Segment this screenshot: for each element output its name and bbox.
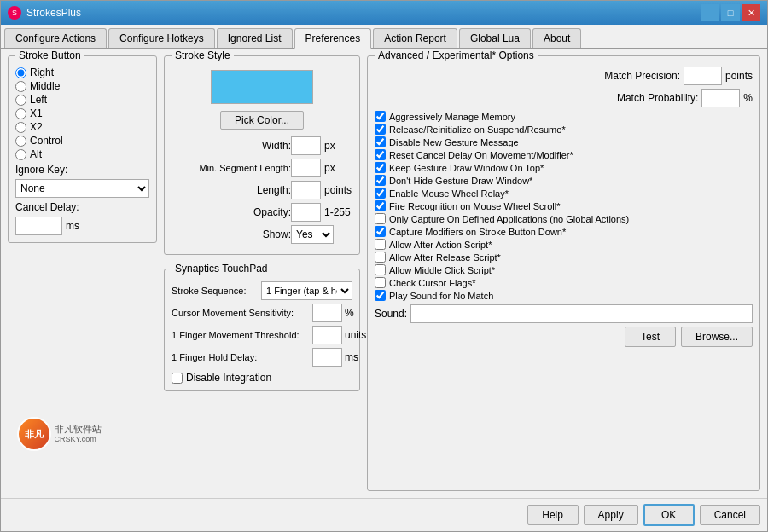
match-precision-label: Match Precision: bbox=[604, 70, 680, 82]
radio-control[interactable]: Control bbox=[15, 135, 149, 147]
match-probability-input[interactable]: 75 bbox=[701, 89, 740, 107]
finger-hold-row: 1 Finger Hold Delay: 50 ms bbox=[172, 348, 352, 367]
match-probability-unit: % bbox=[743, 92, 753, 104]
tab-preferences[interactable]: Preferences bbox=[294, 28, 372, 49]
checkbox-label-11: Allow After Release Script* bbox=[389, 252, 501, 263]
radio-control-input[interactable] bbox=[15, 136, 26, 147]
cursor-sensitivity-input[interactable]: 50 bbox=[312, 304, 342, 322]
checkbox-label-10: Allow After Action Script* bbox=[389, 240, 492, 250]
ignore-key-section: Ignore Key: None bbox=[15, 164, 149, 198]
checkbox-8[interactable] bbox=[375, 213, 386, 224]
checkbox-9[interactable] bbox=[375, 226, 386, 237]
checkbox-label-2: Disable New Gesture Message bbox=[389, 137, 519, 147]
tab-global-lua[interactable]: Global Lua bbox=[459, 28, 531, 48]
radio-right-label: Right bbox=[30, 66, 54, 78]
opacity-label: Opacity: bbox=[172, 206, 291, 218]
match-precision-unit: points bbox=[725, 70, 753, 82]
radio-x1-input[interactable] bbox=[15, 108, 26, 119]
stroke-button-group: Stroke Button Right Middle Left bbox=[8, 55, 157, 243]
checkbox-3[interactable] bbox=[375, 149, 386, 160]
pick-color-button[interactable]: Pick Color... bbox=[220, 111, 304, 130]
checkbox-row-4: Keep Gesture Draw Window On Top* bbox=[375, 162, 753, 173]
radio-alt[interactable]: Alt bbox=[15, 148, 149, 160]
radio-alt-input[interactable] bbox=[15, 149, 26, 160]
bottom-bar: Help Apply OK Cancel bbox=[1, 498, 767, 531]
radio-left[interactable]: Left bbox=[15, 94, 149, 106]
show-row: Show: Yes No bbox=[172, 225, 352, 244]
checkbox-2[interactable] bbox=[375, 136, 386, 147]
cancel-button[interactable]: Cancel bbox=[700, 505, 760, 525]
checkbox-5[interactable] bbox=[375, 175, 386, 186]
help-button[interactable]: Help bbox=[527, 505, 579, 525]
synaptics-title: Synaptics TouchPad bbox=[172, 263, 271, 275]
opacity-input[interactable]: 130 bbox=[291, 203, 321, 222]
radio-x2[interactable]: X2 bbox=[15, 121, 149, 133]
checkbox-7[interactable] bbox=[375, 200, 386, 211]
show-select[interactable]: Yes No bbox=[291, 225, 334, 244]
length-label: Length: bbox=[172, 184, 291, 196]
radio-right[interactable]: Right bbox=[15, 66, 149, 78]
checkbox-6[interactable] bbox=[375, 188, 386, 199]
browse-button[interactable]: Browse... bbox=[681, 327, 753, 347]
checkbox-11[interactable] bbox=[375, 252, 386, 263]
checkbox-row-12: Allow Middle Click Script* bbox=[375, 264, 753, 275]
checkbox-row-1: Release/Reinitialize on Suspend/Resume* bbox=[375, 124, 753, 135]
checkbox-label-5: Don't Hide Gesture Draw Window* bbox=[389, 176, 532, 186]
checkbox-12[interactable] bbox=[375, 264, 386, 275]
finger-threshold-unit: units bbox=[345, 329, 366, 341]
tab-ignored-list[interactable]: Ignored List bbox=[217, 28, 293, 48]
ignore-key-select[interactable]: None bbox=[15, 179, 149, 198]
radio-middle-input[interactable] bbox=[15, 81, 26, 92]
test-button[interactable]: Test bbox=[625, 327, 676, 347]
sound-input[interactable]: C:\Windows\Media\ding.wav bbox=[410, 304, 753, 323]
stroke-sequence-select[interactable]: 1 Finger (tap & hold) bbox=[261, 281, 352, 300]
width-label: Width: bbox=[172, 140, 291, 152]
checkbox-label-13: Check Cursor Flags* bbox=[389, 278, 475, 288]
apply-button[interactable]: Apply bbox=[584, 505, 638, 525]
checkbox-label-7: Fire Recognition on Mouse Wheel Scroll* bbox=[389, 201, 561, 211]
length-input[interactable]: 0 bbox=[291, 181, 321, 200]
min-segment-label: Min. Segment Length: bbox=[172, 163, 291, 173]
radio-middle[interactable]: Middle bbox=[15, 80, 149, 92]
checkbox-14[interactable] bbox=[375, 290, 386, 301]
checkbox-row-10: Allow After Action Script* bbox=[375, 239, 753, 250]
checkbox-13[interactable] bbox=[375, 277, 386, 288]
sound-label: Sound: bbox=[375, 308, 407, 320]
checkbox-10[interactable] bbox=[375, 239, 386, 250]
tab-about[interactable]: About bbox=[532, 28, 581, 48]
cancel-delay-input[interactable]: 1000 bbox=[15, 217, 62, 235]
tab-action-report[interactable]: Action Report bbox=[373, 28, 457, 48]
main-window: S StrokesPlus – □ ✕ Configure Actions Co… bbox=[0, 0, 768, 532]
advanced-title: Advanced / Experimental* Options bbox=[375, 49, 538, 61]
minimize-button[interactable]: – bbox=[701, 4, 719, 21]
radio-x2-input[interactable] bbox=[15, 122, 26, 133]
radio-x1[interactable]: X1 bbox=[15, 107, 149, 119]
watermark-text: 非凡软件站 CRSKY.com bbox=[55, 423, 102, 445]
min-segment-input[interactable]: 6 bbox=[291, 159, 321, 177]
show-label: Show: bbox=[172, 228, 291, 240]
maximize-button[interactable]: □ bbox=[721, 4, 740, 21]
checkbox-row-7: Fire Recognition on Mouse Wheel Scroll* bbox=[375, 200, 753, 211]
width-input[interactable]: 5 bbox=[291, 136, 321, 155]
width-unit: px bbox=[324, 140, 335, 152]
checkbox-1[interactable] bbox=[375, 124, 386, 135]
tab-configure-actions[interactable]: Configure Actions bbox=[4, 28, 107, 48]
window-title: StrokesPlus bbox=[26, 7, 81, 19]
radio-right-input[interactable] bbox=[15, 67, 26, 78]
ok-button[interactable]: OK bbox=[643, 504, 695, 526]
finger-threshold-input[interactable]: 10 bbox=[312, 326, 342, 344]
finger-threshold-row: 1 Finger Movement Threshold: 10 units bbox=[172, 326, 352, 344]
checkbox-4[interactable] bbox=[375, 162, 386, 173]
checkbox-row-8: Only Capture On Defined Applications (no… bbox=[375, 213, 753, 224]
cursor-sensitivity-row: Cursor Movement Sensitivity: 50 % bbox=[172, 304, 352, 322]
finger-hold-input[interactable]: 50 bbox=[312, 348, 342, 367]
checkbox-0[interactable] bbox=[375, 111, 386, 122]
app-icon: S bbox=[8, 6, 21, 20]
radio-left-label: Left bbox=[30, 94, 47, 106]
radio-left-input[interactable] bbox=[15, 95, 26, 106]
stroke-sequence-row: Stroke Sequence: 1 Finger (tap & hold) bbox=[172, 281, 352, 300]
close-button[interactable]: ✕ bbox=[742, 4, 760, 21]
tab-configure-hotkeys[interactable]: Configure Hotkeys bbox=[108, 28, 215, 48]
disable-integration-checkbox[interactable] bbox=[172, 373, 183, 384]
match-precision-input[interactable]: 100 bbox=[684, 66, 722, 85]
